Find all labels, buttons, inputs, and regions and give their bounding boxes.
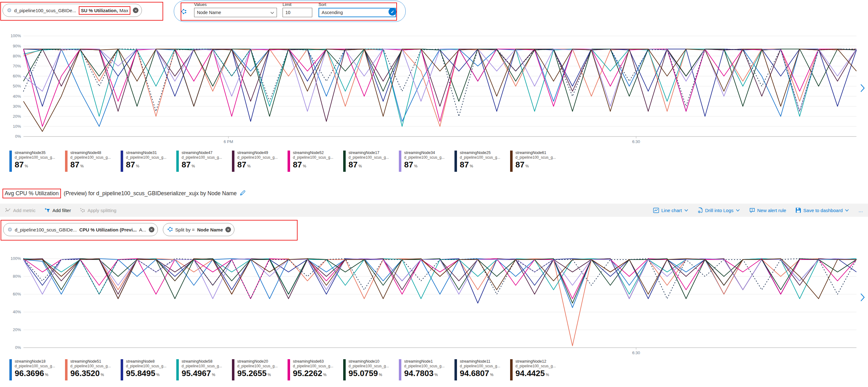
series-line-streamingNode63 — [24, 259, 857, 299]
metric-pill-su-utilization[interactable]: ⚙ d_pipeline100_scus_GBIDe... SU % Utili… — [2, 4, 142, 17]
toolbar-add-filter-button[interactable]: Add filter — [44, 208, 71, 213]
legend-item[interactable]: streamingNode31 d_pipeline100_scus_g... … — [121, 151, 176, 172]
legend-resource-name: d_pipeline100_scus_g... — [15, 364, 55, 368]
chevron-down-icon — [736, 209, 740, 212]
remove-metric-icon[interactable]: ✕ — [133, 7, 138, 13]
legend-node-name: streamingNode11 — [460, 359, 500, 363]
legend-item[interactable]: streamingNode17 d_pipeline100_scus_g... … — [343, 151, 399, 172]
legend-color-bar — [121, 359, 123, 381]
legend-node-name: streamingNode58 — [182, 359, 222, 363]
legend-item[interactable]: streamingNode52 d_pipeline100_scus_g... … — [287, 151, 343, 172]
save-icon — [796, 207, 801, 213]
legend-resource-name: d_pipeline100_scus_g... — [182, 155, 222, 160]
toolbar-new-alert-rule-button[interactable]: New alert rule — [749, 208, 786, 213]
legend-resource-name: d_pipeline100_scus_g... — [237, 364, 278, 368]
legend-resource-name: d_pipeline100_scus_g... — [348, 364, 389, 368]
split-settings-panel: Values Node Name Limit 10 Sort Ascending… — [174, 1, 406, 22]
split-by-pill[interactable]: Split by = Node Name ✕ — [163, 223, 235, 236]
remove-metric-icon[interactable]: ✕ — [149, 227, 154, 232]
chart1-next-page-chevron-icon[interactable] — [860, 84, 865, 94]
metric-pill-cpu-utilization[interactable]: ⚙ d_pipeline100_scus_GBIDe... CPU % Util… — [3, 223, 158, 236]
legend-unit: % — [470, 164, 473, 168]
legend-item[interactable]: streamingNode18 d_pipeline100_scus_g... … — [9, 359, 65, 381]
legend-item[interactable]: streamingNode25 d_pipeline100_scus_g... … — [455, 151, 510, 172]
toolbar-save-to-dashboard-button[interactable]: Save to dashboard — [796, 207, 849, 213]
chevron-down-icon — [845, 209, 849, 212]
legend-item[interactable]: streamingNode8 d_pipeline100_scus_g... 9… — [121, 359, 176, 381]
series-line-streamingNode49 — [24, 49, 857, 122]
legend-value: 95.2262 — [293, 369, 322, 377]
legend-item[interactable]: streamingNode35 d_pipeline100_scus_g... … — [9, 151, 65, 172]
legend-unit: % — [136, 164, 140, 168]
chevron-down-icon — [684, 209, 688, 212]
legend-node-name: streamingNode18 — [15, 359, 55, 363]
legend-value: 95.2655 — [237, 369, 267, 377]
apply-split-check-button[interactable]: ✓ — [389, 8, 396, 15]
legend-resource-name: d_pipeline100_scus_g... — [516, 364, 556, 368]
toolbar-more-options-button[interactable]: … — [858, 208, 863, 213]
legend-item[interactable]: streamingNode34 d_pipeline100_scus_g... … — [399, 151, 455, 172]
edit-title-pencil-icon[interactable] — [240, 190, 246, 198]
values-dropdown[interactable]: Node Name — [194, 8, 277, 17]
legend-node-name: streamingNode8 — [126, 359, 166, 363]
legend-item[interactable]: streamingNode63 d_pipeline100_scus_g... … — [287, 359, 343, 381]
legend-unit: % — [303, 164, 306, 168]
legend-item[interactable]: streamingNode49 d_pipeline100_scus_g... … — [232, 151, 287, 172]
legend-color-bar — [287, 359, 290, 381]
toolbar-line-chart-button[interactable]: Line chart — [653, 208, 688, 213]
chart2-next-page-chevron-icon[interactable] — [860, 293, 865, 303]
remove-split-icon[interactable]: ✕ — [225, 227, 231, 232]
legend-resource-name: d_pipeline100_scus_g... — [70, 364, 111, 368]
applysplit-icon — [80, 208, 85, 213]
legend-unit: % — [45, 373, 49, 377]
legend-unit: % — [192, 164, 195, 168]
y-axis-tick-label: 60% — [13, 74, 21, 78]
cpu-utilization-line-chart[interactable]: 100%80%60%40%20%0%6:30 — [0, 246, 868, 357]
legend-node-name: streamingNode17 — [348, 151, 389, 155]
legend-color-bar — [9, 151, 12, 172]
su-utilization-line-chart[interactable]: 100%90%80%70%60%50%40%30%20%10%0%6 PM6:3… — [0, 20, 868, 150]
legend-item[interactable]: streamingNode11 d_pipeline100_scus_g... … — [455, 359, 510, 381]
legend-resource-name: d_pipeline100_scus_g... — [404, 364, 444, 368]
legend-unit: % — [268, 373, 271, 377]
legend-resource-name: d_pipeline100_scus_g... — [70, 155, 111, 160]
legend-item[interactable]: streamingNode47 d_pipeline100_scus_g... … — [176, 151, 232, 172]
legend-unit: % — [359, 164, 362, 168]
legend-resource-name: d_pipeline100_scus_g... — [293, 364, 333, 368]
y-axis-tick-label: 60% — [13, 292, 21, 296]
legend-value: 95.4967 — [182, 369, 211, 377]
legend-item[interactable]: streamingNode48 d_pipeline100_scus_g... … — [65, 151, 121, 172]
y-axis-tick-label: 50% — [13, 84, 21, 88]
limit-input[interactable]: 10 — [283, 8, 312, 17]
series-line-streamingNode31 — [24, 49, 857, 122]
series-line-streamingNode35 — [24, 49, 857, 127]
legend-item[interactable]: streamingNode20 d_pipeline100_scus_g... … — [232, 359, 287, 381]
legend-unit: % — [525, 164, 529, 168]
metric-name: SU % Utilization, — [81, 8, 118, 13]
legend-item[interactable]: streamingNode1 d_pipeline100_scus_g... 9… — [399, 359, 455, 381]
legend-item[interactable]: streamingNode61 d_pipeline100_scus_g... … — [510, 151, 566, 172]
legend-item[interactable]: streamingNode58 d_pipeline100_scus_g... … — [176, 359, 232, 381]
legend-color-bar — [232, 359, 235, 381]
legend-value: 87 — [182, 161, 191, 169]
legend-item[interactable]: streamingNode12 d_pipeline100_scus_g... … — [510, 359, 566, 381]
metric-aggregation: A... — [139, 227, 146, 232]
y-axis-tick-label: 80% — [13, 54, 21, 58]
legend-item[interactable]: streamingNode51 d_pipeline100_scus_g... … — [65, 359, 121, 381]
legend-unit: % — [101, 373, 104, 377]
legend-value: 87 — [460, 161, 469, 169]
chart2-legend: streamingNode18 d_pipeline100_scus_g... … — [9, 359, 566, 381]
sort-dropdown[interactable]: Ascending — [318, 8, 396, 17]
toolbar-item-label: Apply splitting — [88, 208, 117, 213]
legend-item[interactable]: streamingNode10 d_pipeline100_scus_g... … — [343, 359, 399, 381]
toolbar-item-label: Save to dashboard — [803, 208, 843, 213]
chart-title-rest: (Preview) for d_pipeline100_scus_GBIDese… — [64, 190, 237, 197]
y-axis-tick-label: 100% — [11, 256, 21, 261]
chart1-legend: streamingNode35 d_pipeline100_scus_g... … — [9, 151, 566, 172]
legend-color-bar — [176, 359, 179, 381]
toolbar-drill-into-logs-button[interactable]: Drill into Logs — [698, 207, 740, 213]
legend-unit: % — [212, 373, 215, 377]
legend-unit: % — [490, 373, 494, 377]
legend-node-name: streamingNode1 — [404, 359, 444, 363]
y-axis-tick-label: 10% — [13, 124, 21, 129]
